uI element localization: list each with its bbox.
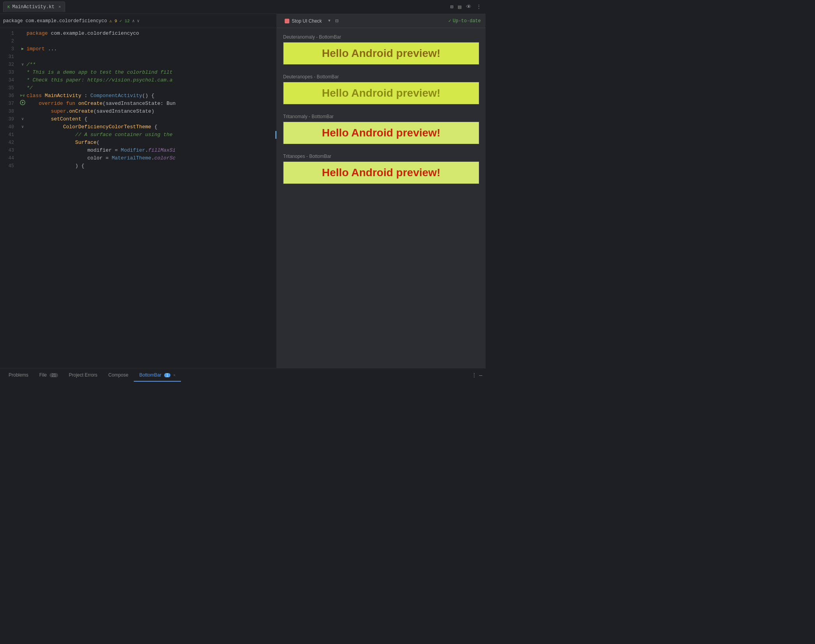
line-number: 1 (0, 30, 19, 37)
eye-icon[interactable]: 👁 (465, 3, 472, 11)
line-number: 44 (0, 154, 19, 162)
line-number: 36 (0, 92, 19, 100)
preview-content: Deuteranomaly - BottomBar Hello Android … (277, 28, 485, 190)
preview-card-tritanopes: Tritanopes - BottomBar Hello Android pre… (283, 154, 479, 184)
line-number: 35 (0, 84, 19, 92)
line-content-36: class MainActivity : ComponentActivity()… (27, 92, 276, 100)
gutter-40[interactable]: ∨ (19, 123, 27, 131)
line-content-39: setContent { (27, 115, 276, 123)
line-number: 43 (0, 147, 19, 154)
preview-card-deuteranopes: Deuteranopes - BottomBar Hello Android p… (283, 74, 479, 104)
panel-tabs: Problems File 21 Project Errors Compose … (0, 368, 485, 382)
preview-card-tritanomaly: Tritanomaly - BottomBar Hello Android pr… (283, 114, 479, 144)
line-content-43: modifier = Modifier.fillMaxSi (27, 147, 276, 154)
gutter-37[interactable] (19, 100, 27, 105)
line-content-41: // A surface container using the (27, 131, 276, 139)
line-number: 34 (0, 76, 19, 84)
up-to-date-label: Up-to-date (453, 18, 481, 24)
line-content-37: override fun onCreate(savedInstanceState… (27, 100, 276, 108)
code-line-39: 39 ∨ setContent { (0, 115, 276, 123)
code-line-40: 40 ∨ ColorDeficiencyColorTestTheme { (0, 123, 276, 131)
preview-text-deuteranomaly: Hello Android preview! (322, 47, 441, 60)
line-number: 42 (0, 139, 19, 147)
line-content-3: import ... (27, 45, 276, 53)
tab-bottombar-badge: 1 (164, 373, 170, 377)
layout-icon[interactable]: ▤ (457, 3, 462, 11)
tab-bar: K MainActivity.kt × ⊞ ▤ 👁 ⋮ (0, 0, 485, 14)
line-content-33: * This is a demo app to test the colorbl… (27, 69, 276, 76)
code-line-34: 34 * Check this paper: https://vision.ps… (0, 76, 276, 84)
tab-main-activity[interactable]: K MainActivity.kt × (3, 2, 65, 12)
code-line-31: 31 (0, 53, 276, 61)
breadcrumb: package com.example.colordeficiencyco (3, 18, 107, 24)
tab-project-errors-label: Project Errors (69, 372, 97, 378)
preview-box-deuteranopes: Hello Android preview! (283, 82, 479, 104)
run-gutter-icon[interactable] (20, 100, 25, 105)
chevron-down-icon[interactable]: ∨ (137, 18, 140, 23)
line-content-42: Surface( (27, 139, 276, 147)
line-number: 40 (0, 123, 19, 131)
preview-pane: Stop UI Check ▼ ⊟ ✓ Up-to-date Deuterano… (277, 14, 485, 368)
bottom-panel: Problems File 21 Project Errors Compose … (0, 368, 485, 382)
tab-bottombar-close[interactable]: × (173, 373, 175, 377)
gutter-36[interactable]: ⊳∨ (19, 92, 27, 100)
up-to-date-status: ✓ Up-to-date (448, 18, 481, 24)
code-line-45: 45 ) { (0, 162, 276, 170)
more-icon[interactable]: ⋮ (475, 3, 482, 11)
stop-dropdown-arrow[interactable]: ▼ (328, 19, 330, 23)
line-content-35: */ (27, 84, 276, 92)
tab-file-badge: 21 (50, 373, 58, 377)
preview-box-deuteranomaly: Hello Android preview! (283, 42, 479, 65)
preview-card-label-tritanomaly: Tritanomaly - BottomBar (283, 114, 479, 119)
tab-compose-label: Compose (108, 372, 128, 378)
chevron-up-icon[interactable]: ∧ (132, 18, 135, 23)
panel-minimize-icon[interactable]: — (479, 372, 482, 379)
tab-file[interactable]: File 21 (34, 369, 64, 382)
preview-card-deuteranomaly: Deuteranomaly - BottomBar Hello Android … (283, 34, 479, 65)
gutter-32[interactable]: ∨ (19, 61, 27, 69)
gutter-39[interactable]: ∨ (19, 115, 27, 123)
tab-bar-right: ⊞ ▤ 👁 ⋮ (449, 3, 482, 11)
code-line-2: 2 (0, 37, 276, 45)
line-number: 31 (0, 53, 19, 61)
tab-close-button[interactable]: × (58, 5, 61, 9)
line-number: 3 (0, 45, 19, 53)
code-line-38: 38 super.onCreate(savedInstanceState) (0, 108, 276, 115)
panel-more-icon[interactable]: ⋮ (471, 372, 477, 379)
grid-icon[interactable]: ⊞ (449, 3, 454, 11)
preview-text-tritanopes: Hello Android preview! (322, 166, 441, 179)
code-lines: 1 package com.example.colordeficiencyco … (0, 28, 276, 172)
editor-pane: package com.example.colordeficiencyco ⚠ … (0, 14, 277, 368)
line-number: 38 (0, 108, 19, 115)
preview-card-label-deuteranomaly: Deuteranomaly - BottomBar (283, 34, 479, 40)
tab-bottombar[interactable]: BottomBar 1 × (134, 369, 181, 382)
preview-card-label-tritanopes: Tritanopes - BottomBar (283, 154, 479, 159)
code-line-32: 32 ∨ /** (0, 61, 276, 69)
line-content-1: package com.example.colordeficiencyco (27, 30, 276, 37)
line-content-44: color = MaterialTheme.colorSc (27, 154, 276, 162)
preview-text-tritanomaly: Hello Android preview! (322, 127, 441, 139)
line-number: 2 (0, 37, 19, 45)
code-line-3: 3 ▶ import ... (0, 45, 276, 53)
preview-box-tritanomaly: Hello Android preview! (283, 122, 479, 144)
line-content-40: ColorDeficiencyColorTestTheme { (27, 123, 276, 131)
preview-text-deuteranopes: Hello Android preview! (322, 87, 441, 99)
code-line-35: 35 */ (0, 84, 276, 92)
code-editor: 1 package com.example.colordeficiencyco … (0, 28, 276, 368)
tab-project-errors[interactable]: Project Errors (64, 369, 103, 382)
panel-tab-right-actions: ⋮ — (471, 372, 482, 379)
gutter-3[interactable]: ▶ (19, 45, 27, 53)
code-line-41: 41 // A surface container using the (0, 131, 276, 139)
code-line-1: 1 package com.example.colordeficiencyco (0, 30, 276, 37)
stop-ui-check-button[interactable]: Stop UI Check (282, 17, 325, 25)
check-badge: ✓ 12 (119, 18, 129, 23)
tab-compose[interactable]: Compose (103, 369, 134, 382)
line-number: 45 (0, 162, 19, 170)
tab-label: MainActivity.kt (12, 4, 55, 10)
tab-bottombar-label: BottomBar (139, 372, 161, 378)
tab-problems[interactable]: Problems (3, 369, 34, 382)
code-line-36: 36 ⊳∨ class MainActivity : ComponentActi… (0, 92, 276, 100)
kotlin-file-icon: K (7, 5, 10, 9)
line-number: 39 (0, 115, 19, 123)
preview-split-icon[interactable]: ⊟ (333, 17, 340, 25)
